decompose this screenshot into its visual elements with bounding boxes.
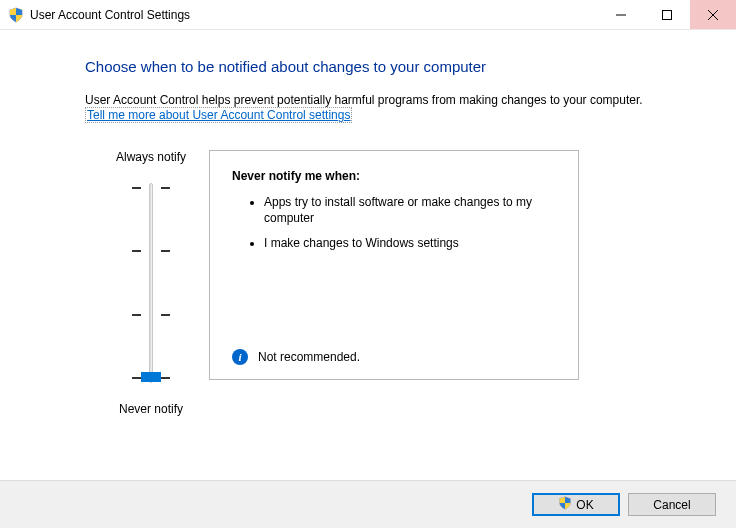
panel-item: Apps try to install software or make cha… [264, 195, 556, 226]
main-area: Always notify Never notify Never notify … [85, 150, 686, 416]
slider-label-top: Always notify [116, 150, 186, 164]
cancel-button[interactable]: Cancel [628, 493, 716, 516]
slider-label-bottom: Never notify [119, 402, 183, 416]
dialog-footer: OK Cancel [0, 480, 736, 528]
info-panel: Never notify me when: Apps try to instal… [209, 150, 579, 380]
window-title: User Account Control Settings [30, 8, 598, 22]
slider-column: Always notify Never notify [85, 150, 205, 416]
help-link[interactable]: Tell me more about User Account Control … [85, 107, 352, 123]
slider-tick [161, 250, 170, 252]
minimize-button[interactable] [598, 0, 644, 29]
slider-tick [161, 314, 170, 316]
ok-button-label: OK [576, 498, 593, 512]
page-subtext: User Account Control helps prevent poten… [85, 93, 686, 107]
info-icon: i [232, 349, 248, 365]
window-controls [598, 0, 736, 29]
slider-thumb[interactable] [141, 372, 161, 382]
cancel-button-label: Cancel [653, 498, 690, 512]
slider-rail [149, 183, 153, 383]
titlebar: User Account Control Settings [0, 0, 736, 30]
slider-tick [161, 187, 170, 189]
notification-slider[interactable] [126, 177, 176, 389]
close-button[interactable] [690, 0, 736, 29]
slider-tick [132, 250, 141, 252]
slider-tick [161, 377, 170, 379]
panel-list: Apps try to install software or make cha… [232, 195, 556, 262]
uac-shield-icon [8, 7, 24, 23]
ok-button[interactable]: OK [532, 493, 620, 516]
panel-item: I make changes to Windows settings [264, 236, 556, 252]
uac-shield-icon [558, 496, 572, 513]
slider-tick [132, 377, 141, 379]
slider-tick [132, 187, 141, 189]
page-heading: Choose when to be notified about changes… [85, 58, 686, 75]
panel-footer-text: Not recommended. [258, 350, 360, 364]
content-area: Choose when to be notified about changes… [0, 30, 736, 480]
slider-tick [132, 314, 141, 316]
svg-rect-1 [663, 10, 672, 19]
panel-footer: i Not recommended. [232, 349, 556, 365]
maximize-button[interactable] [644, 0, 690, 29]
panel-heading: Never notify me when: [232, 169, 556, 183]
